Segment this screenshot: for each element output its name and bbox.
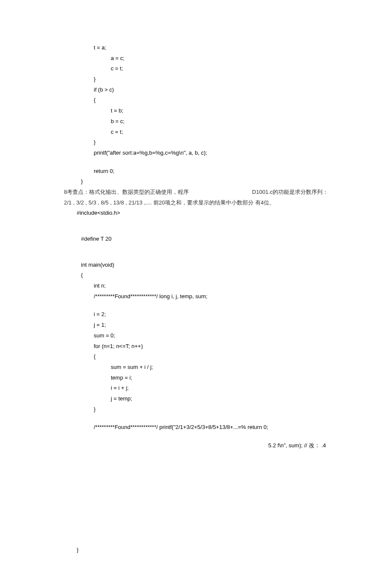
code-line: temp = i; <box>64 373 328 383</box>
code-line: } <box>64 74 328 85</box>
document-page: t = a; a = c; c = t; } if (b > c) { t = … <box>0 0 392 567</box>
code-line: 5.2 f\n", sum); // 改： .4 <box>64 440 326 451</box>
code-line: int main(void) <box>64 260 328 271</box>
code-line: { <box>64 95 328 106</box>
code-line: #define T 20 <box>64 234 328 245</box>
code-line: #include<stdio.h> <box>64 208 328 219</box>
code-line: { <box>64 270 328 281</box>
prose-line: 2/1 , 3/2 , 5/3 , 8/5 , 13/8 , 21/13 ,..… <box>64 198 328 208</box>
code-line: } <box>64 176 328 187</box>
question-prose: 8考查点：格式化输出、数据类型的正确使用，程序 D1001.c的功能是求分数序列… <box>64 187 328 208</box>
code-line: t = b; <box>64 106 328 116</box>
code-line: a = c; <box>64 53 328 64</box>
code-line: { <box>64 351 328 362</box>
code-line: t = a; <box>64 43 328 53</box>
code-line: printf("after sort:a=%g,b=%g,c=%g\n", a,… <box>64 148 328 158</box>
code-line: c = t; <box>64 127 328 138</box>
code-line: int n; <box>64 281 328 291</box>
code-line: /*********Found************/ long i, j, … <box>64 291 328 302</box>
code-line: i = i + j; <box>64 383 328 394</box>
prose-left: 8考查点：格式化输出、数据类型的正确使用，程序 <box>64 187 189 198</box>
code-line: } <box>64 137 328 148</box>
code-line: j = temp; <box>64 394 328 404</box>
code-line: j = 1; <box>64 320 328 331</box>
code-line: } <box>64 404 328 415</box>
code-line: sum = sum + i / j; <box>64 362 328 373</box>
code-line: /*********Found************/ printf("2/1… <box>64 422 328 433</box>
code-line: c = t; <box>64 63 328 74</box>
code-line: b = c; <box>64 116 328 127</box>
prose-right: D1001.c的功能是求分数序列： <box>252 187 328 198</box>
code-line: for (n=1; n<=T; n++) <box>64 341 328 352</box>
code-line: sum = 0; <box>64 331 328 341</box>
code-line: return 0; <box>64 166 328 177</box>
code-line: i = 2; <box>64 309 328 320</box>
code-line: if (b > c) <box>64 85 328 95</box>
code-line: } <box>64 545 328 555</box>
